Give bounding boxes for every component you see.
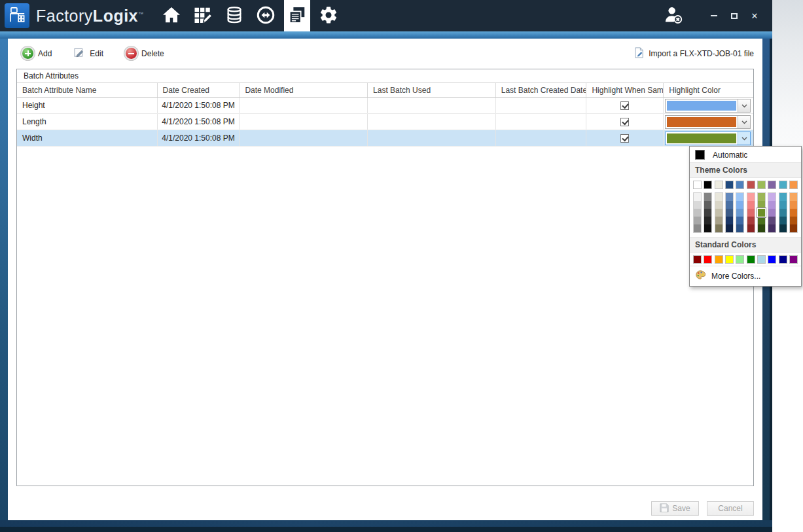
theme-variant-swatch[interactable] <box>768 201 776 209</box>
standard-color-swatch[interactable] <box>757 255 766 264</box>
standard-color-swatch[interactable] <box>779 255 787 264</box>
nav-gear-button[interactable] <box>315 0 342 31</box>
selected-theme-variant-swatch[interactable] <box>758 209 765 217</box>
theme-variant-swatch[interactable] <box>694 201 701 209</box>
theme-variant-swatch[interactable] <box>747 217 755 224</box>
combobox-dropdown-button[interactable] <box>738 132 750 145</box>
theme-color-swatch[interactable] <box>736 181 744 189</box>
minimize-button[interactable] <box>707 9 721 23</box>
theme-variant-swatch[interactable] <box>758 224 765 232</box>
nav-sync-button[interactable] <box>253 0 279 31</box>
theme-variant-swatch[interactable] <box>726 193 733 201</box>
theme-variant-swatch[interactable] <box>726 224 733 232</box>
theme-variant-swatch[interactable] <box>768 217 776 224</box>
highlight-color-combobox[interactable] <box>665 99 751 113</box>
theme-variant-swatch[interactable] <box>736 193 743 201</box>
theme-variant-swatch[interactable] <box>715 217 723 224</box>
theme-variant-swatch[interactable] <box>726 201 733 209</box>
theme-variant-swatch[interactable] <box>736 224 743 232</box>
theme-variant-swatch[interactable] <box>790 209 797 217</box>
theme-color-swatch[interactable] <box>704 181 712 189</box>
highlight-when-same-checkbox[interactable] <box>620 118 629 126</box>
highlight-when-same-checkbox[interactable] <box>620 101 629 110</box>
delete-button[interactable]: Delete <box>126 48 164 59</box>
theme-variant-swatch[interactable] <box>747 209 755 217</box>
column-header-last-batch-used[interactable]: Last Batch Used <box>368 83 496 97</box>
theme-variant-swatch[interactable] <box>758 193 765 201</box>
nav-database-button[interactable] <box>221 0 247 31</box>
column-header-date-modified[interactable]: Date Modified <box>240 83 368 97</box>
table-row-height[interactable]: Height4/1/2020 1:50:08 PM <box>17 98 753 114</box>
import-flx-file-button[interactable]: Import a FLX-XTD-JOB-01 file <box>633 47 754 60</box>
theme-variant-swatch[interactable] <box>790 224 797 232</box>
column-header-highlight-color[interactable]: Highlight Color <box>664 83 753 97</box>
theme-variant-swatch[interactable] <box>790 201 797 209</box>
theme-variant-swatch[interactable] <box>736 201 743 209</box>
theme-color-swatch[interactable] <box>779 181 787 189</box>
standard-color-swatch[interactable] <box>736 255 744 264</box>
nav-grid-edit-button[interactable] <box>190 0 216 31</box>
theme-color-swatch[interactable] <box>715 181 723 189</box>
combobox-dropdown-button[interactable] <box>738 99 750 112</box>
standard-color-swatch[interactable] <box>789 255 798 264</box>
theme-variant-swatch[interactable] <box>704 201 711 209</box>
theme-variant-swatch[interactable] <box>790 217 797 224</box>
theme-variant-swatch[interactable] <box>694 209 701 217</box>
theme-variant-swatch[interactable] <box>736 217 743 224</box>
theme-color-swatch[interactable] <box>789 181 798 189</box>
theme-variant-swatch[interactable] <box>715 224 723 232</box>
maximize-button[interactable] <box>727 9 741 23</box>
theme-color-swatch[interactable] <box>725 181 734 189</box>
theme-variant-swatch[interactable] <box>779 193 787 201</box>
column-header-last-batch-created-date[interactable]: Last Batch Created Date <box>496 83 587 97</box>
theme-variant-swatch[interactable] <box>736 209 743 217</box>
edit-button[interactable]: Edit <box>74 47 103 60</box>
combobox-dropdown-button[interactable] <box>738 116 750 128</box>
theme-variant-swatch[interactable] <box>779 217 787 224</box>
theme-variant-swatch[interactable] <box>715 201 723 209</box>
theme-color-swatch[interactable] <box>768 181 776 189</box>
more-colors-item[interactable]: More Colors... <box>690 266 801 286</box>
standard-color-swatch[interactable] <box>704 255 712 264</box>
theme-variant-swatch[interactable] <box>758 217 765 224</box>
theme-variant-swatch[interactable] <box>694 193 701 201</box>
theme-variant-swatch[interactable] <box>704 224 711 232</box>
theme-variant-swatch[interactable] <box>715 193 723 201</box>
save-button[interactable]: Save <box>651 501 699 516</box>
column-header-batch-attribute-name[interactable]: Batch Attribute Name <box>17 83 158 97</box>
theme-variant-swatch[interactable] <box>779 209 787 217</box>
standard-color-swatch[interactable] <box>768 255 776 264</box>
highlight-color-combobox[interactable] <box>665 115 751 129</box>
theme-variant-swatch[interactable] <box>726 209 733 217</box>
highlight-when-same-checkbox[interactable] <box>620 134 629 143</box>
highlight-color-combobox[interactable] <box>665 132 751 145</box>
table-row-width[interactable]: Width4/1/2020 1:50:08 PM <box>17 130 753 147</box>
close-button[interactable]: ✕ <box>747 9 762 23</box>
theme-variant-swatch[interactable] <box>768 224 776 232</box>
theme-color-swatch[interactable] <box>693 181 702 189</box>
theme-variant-swatch[interactable] <box>790 193 797 201</box>
theme-variant-swatch[interactable] <box>747 193 755 201</box>
standard-color-swatch[interactable] <box>715 255 723 264</box>
theme-variant-swatch[interactable] <box>704 217 711 224</box>
theme-color-swatch[interactable] <box>747 181 755 189</box>
standard-color-swatch[interactable] <box>725 255 734 264</box>
automatic-color-item[interactable]: Automatic <box>690 147 801 162</box>
theme-variant-swatch[interactable] <box>715 209 723 217</box>
theme-variant-swatch[interactable] <box>747 201 755 209</box>
column-header-date-created[interactable]: Date Created <box>158 83 240 97</box>
theme-variant-swatch[interactable] <box>779 201 787 209</box>
theme-variant-swatch[interactable] <box>758 201 765 209</box>
standard-color-swatch[interactable] <box>693 255 702 264</box>
nav-home-button[interactable] <box>158 0 185 31</box>
theme-variant-swatch[interactable] <box>768 193 776 201</box>
theme-variant-swatch[interactable] <box>768 209 776 217</box>
theme-variant-swatch[interactable] <box>726 217 733 224</box>
standard-color-swatch[interactable] <box>747 255 755 264</box>
cancel-button[interactable]: Cancel <box>707 501 754 516</box>
column-header-highlight-when-same[interactable]: Highlight When Same <box>586 83 664 97</box>
theme-variant-swatch[interactable] <box>747 224 755 232</box>
theme-variant-swatch[interactable] <box>779 224 787 232</box>
theme-color-swatch[interactable] <box>757 181 766 189</box>
add-button[interactable]: Add <box>22 48 52 59</box>
